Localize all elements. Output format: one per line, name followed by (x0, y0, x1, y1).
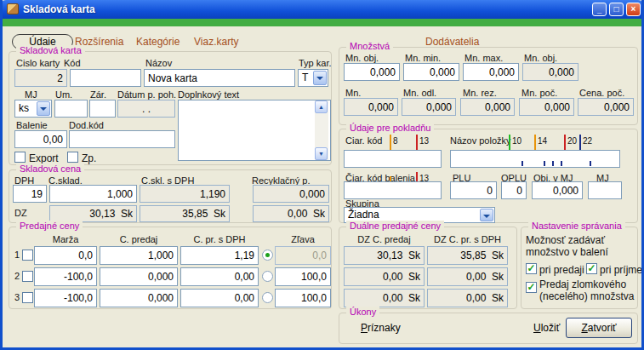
zar-field[interactable] (89, 100, 116, 118)
group-title: Úkony (346, 307, 379, 317)
price-row2-checkbox[interactable] (22, 271, 33, 282)
dual-sdph3-field[interactable] (427, 289, 508, 307)
mn-odl-label: Mn. odl. (403, 88, 436, 98)
nazov-polozky-field[interactable] (450, 150, 620, 168)
dz-cskldph-field[interactable] (140, 205, 230, 222)
export-checkbox[interactable] (14, 152, 26, 163)
dph-field[interactable] (13, 185, 47, 203)
typ-kar-dropdown[interactable]: T (298, 69, 328, 87)
close-window-button[interactable]: Zatvoriť (566, 318, 632, 338)
save-button[interactable]: Uložiť (533, 322, 560, 334)
dropdown-arrow-icon[interactable] (313, 71, 327, 85)
price-row2-radio[interactable] (262, 271, 273, 282)
ruler-tick (544, 161, 545, 166)
group-title: Skladová cena (16, 164, 84, 174)
name-marker-14: 14 (538, 136, 547, 146)
price-row-number: 2 (14, 271, 20, 281)
cprsdph1-field[interactable] (180, 246, 259, 265)
mn-poc-field[interactable] (519, 98, 574, 116)
um-field[interactable] (54, 100, 88, 118)
price-row1-radio[interactable] (262, 250, 273, 261)
textarea-scrollbar[interactable]: ▲ ▼ (315, 100, 328, 160)
price-row1-checkbox[interactable] (22, 250, 33, 261)
pri-prijme-checkbox[interactable]: ✓ (586, 263, 597, 274)
plu-field[interactable] (450, 181, 497, 199)
datum-field[interactable] (117, 100, 175, 118)
zlava2-field[interactable] (275, 267, 331, 286)
check-icon: ✓ (527, 281, 535, 293)
mn-min-field[interactable] (403, 63, 459, 81)
cpredaj1-field[interactable] (100, 246, 178, 265)
ciarkod-balenia-field[interactable] (344, 181, 442, 199)
behavior-intro-text: Možnosť zadávať množstvo v balení (526, 234, 636, 258)
dual-predaj3-field[interactable] (344, 289, 425, 307)
marza3-field[interactable] (34, 289, 97, 307)
doplnkovy-textarea[interactable] (178, 100, 331, 161)
minimize-button-icon[interactable]: _ (592, 3, 607, 16)
priznaky-button[interactable]: Príznaky (361, 322, 401, 334)
maximize-button-icon[interactable]: □ (609, 3, 624, 16)
mj-dropdown[interactable]: ks (14, 100, 52, 118)
marza1-field[interactable] (34, 246, 97, 265)
cena-poc-field[interactable] (578, 98, 634, 116)
zp-checkbox[interactable] (67, 152, 78, 163)
mj-field[interactable] (588, 181, 622, 199)
balenie-label: Balenie (16, 120, 48, 130)
name-marker-22: 22 (583, 136, 592, 146)
dropdown-arrow-icon[interactable] (480, 209, 493, 221)
kod-field[interactable] (70, 69, 141, 87)
dz-recykl-field[interactable] (253, 205, 329, 222)
cpredaj-header: C. predaj (100, 234, 178, 244)
export-checkbox-label: Export (29, 152, 59, 164)
mj-label: MJ (25, 89, 37, 100)
ciarkod-field[interactable] (344, 150, 442, 168)
barcode-marker-line (390, 135, 391, 150)
cpredaj2-field[interactable] (100, 267, 178, 286)
marza2-field[interactable] (34, 267, 97, 286)
tab-dodavatelia[interactable]: Dodávatelia (425, 36, 479, 48)
zlava3-field[interactable] (275, 289, 331, 307)
price-row-number: 3 (14, 292, 20, 302)
mn-obj-field[interactable] (344, 63, 400, 81)
dropdown-arrow-icon[interactable] (37, 101, 50, 116)
ruler-tick (561, 161, 562, 166)
nazov-field[interactable] (144, 69, 295, 87)
scroll-down-icon[interactable]: ▼ (315, 147, 328, 160)
zp-checkbox-label: Zp. (82, 152, 96, 164)
group-title: Predajné ceny (16, 221, 83, 231)
cskldph-field[interactable] (140, 185, 230, 203)
pri-predaji-checkbox[interactable]: ✓ (526, 263, 537, 274)
mn-field[interactable] (344, 98, 398, 116)
dual-sdph1-field[interactable] (427, 246, 508, 265)
nazov-label: Názov (145, 58, 172, 68)
mn-rez-field[interactable] (460, 98, 515, 116)
price-row3-radio[interactable] (262, 292, 273, 303)
obj-v-mj-field[interactable] (532, 181, 583, 199)
cpredaj3-field[interactable] (100, 289, 178, 307)
close-button-icon[interactable]: × (626, 3, 641, 16)
price-row3-checkbox[interactable] (22, 292, 33, 303)
mn-max-field[interactable] (463, 63, 519, 81)
mn-odl-field[interactable] (402, 98, 456, 116)
title-bar[interactable]: Skladová karta _ □ × (0, 0, 644, 19)
cprsdph2-field[interactable] (180, 267, 259, 286)
balenie-field[interactable] (14, 130, 67, 148)
cprsdph3-field[interactable] (180, 289, 259, 307)
zar-label: Zár. (90, 89, 106, 100)
tab-viaz-karty[interactable]: Viaz.karty (194, 36, 238, 48)
recykl-field[interactable] (253, 185, 329, 203)
dz-csklad-field[interactable] (49, 205, 137, 222)
dodkod-field[interactable] (69, 130, 175, 148)
dual-sdph2-field[interactable] (427, 267, 508, 286)
predaj-zlomkoveho-checkbox[interactable]: ✓ (526, 282, 537, 293)
cislo-karty-field[interactable] (14, 69, 67, 87)
mn-obj2-field[interactable] (522, 63, 578, 81)
zlava1-field[interactable] (275, 246, 331, 265)
dual-predaj1-field[interactable] (344, 246, 425, 265)
csklad-field[interactable] (49, 185, 137, 203)
ciarkod-label: Ciar. kód (345, 135, 382, 146)
scroll-up-icon[interactable]: ▲ (315, 100, 328, 113)
qplu-field[interactable] (501, 181, 527, 199)
tab-kategorie[interactable]: Kategórie (136, 36, 180, 48)
dual-predaj2-field[interactable] (344, 267, 425, 286)
